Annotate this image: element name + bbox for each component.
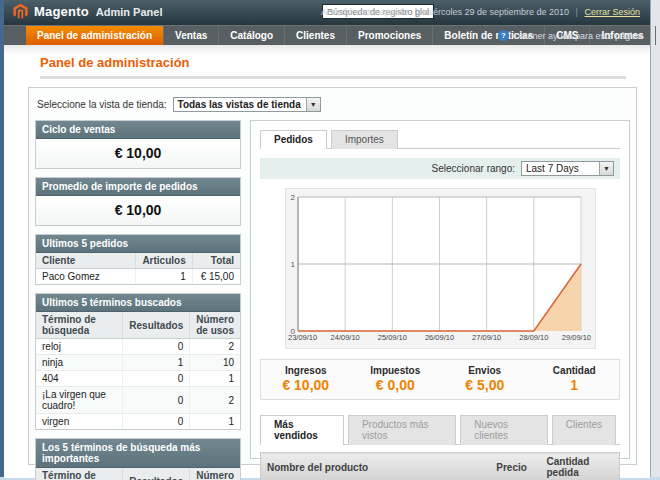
session-info: Accedió como apardo | miércoles 29 de se… bbox=[321, 7, 640, 17]
total-label: Envios bbox=[440, 365, 530, 376]
nav-item-panel-de-administraci-n[interactable]: Panel de administración bbox=[26, 26, 163, 45]
svg-text:29/09/10: 29/09/10 bbox=[561, 333, 590, 342]
logged-in-as: Accedió como apardo bbox=[321, 7, 408, 17]
admin-page: Magento Admin Panel Accedió como apardo … bbox=[4, 0, 650, 477]
svg-text:1: 1 bbox=[290, 260, 295, 269]
orders-chart: 01223/09/1024/09/1025/09/1026/09/1027/09… bbox=[285, 188, 596, 349]
tab-pedidos[interactable]: Pedidos bbox=[260, 130, 327, 149]
range-select[interactable]: Last 7 Days ▼ bbox=[521, 161, 614, 176]
top-search-terms-widget: Los 5 términos de búsqueda más important… bbox=[35, 438, 241, 480]
total-cantidad: Cantidad1 bbox=[530, 365, 620, 393]
grid-column-cantidad-pedida: Cantidad pedida bbox=[541, 453, 620, 480]
table-cell: 2 bbox=[190, 339, 240, 355]
widget-title: Los 5 términos de búsqueda más important… bbox=[36, 439, 240, 468]
svg-text:27/09/10: 27/09/10 bbox=[472, 333, 501, 342]
last-orders-table: ClienteArticulosTotalPaco Gomez1€ 15,00 bbox=[36, 253, 240, 284]
main-nav: Panel de administraciónVentasCatálogoCli… bbox=[4, 25, 650, 45]
last-search-terms-widget: Ultimos 5 términos buscados Término de b… bbox=[35, 293, 241, 430]
table-cell: 0 bbox=[123, 371, 190, 387]
nav-item-ventas[interactable]: Ventas bbox=[163, 26, 218, 45]
dashboard-left-column: Ciclo de ventas € 10,00 Promedio de impo… bbox=[35, 120, 241, 480]
widget-title: Ciclo de ventas bbox=[36, 121, 240, 139]
help-label: Obtener ayuda para esta página bbox=[513, 31, 642, 41]
separator: | bbox=[415, 7, 417, 17]
help-link[interactable]: ? Obtener ayuda para esta página bbox=[498, 26, 642, 45]
sales-cycle-widget: Ciclo de ventas € 10,00 bbox=[35, 120, 241, 169]
widget-title: Ultimos 5 términos buscados bbox=[36, 294, 240, 312]
store-switcher-label: Seleccione la vista de tienda: bbox=[37, 99, 167, 110]
column-header-n-mero-de-usos: Número de usos bbox=[190, 312, 240, 339]
range-label: Seleccionar rango: bbox=[432, 163, 515, 174]
svg-text:2: 2 bbox=[290, 193, 295, 202]
nav-item-sistema[interactable]: Sistema bbox=[655, 26, 660, 45]
range-toolbar: Seleccionar rango: Last 7 Days ▼ bbox=[260, 158, 620, 179]
magento-logo: Magento Admin Panel bbox=[12, 3, 162, 20]
table-cell: 1 bbox=[190, 414, 240, 430]
table-row: reloj02 bbox=[36, 339, 240, 355]
tab-importes[interactable]: Importes bbox=[331, 130, 398, 149]
svg-text:23/09/10: 23/09/10 bbox=[288, 333, 317, 342]
logout-link[interactable]: Cerrar Sesión bbox=[584, 7, 640, 17]
average-order-value: € 10,00 bbox=[36, 196, 240, 225]
last-orders-widget: Ultimos 5 pedidos ClienteArticulosTotalP… bbox=[35, 234, 241, 285]
brand-name: Magento bbox=[34, 4, 89, 19]
widget-title: Promedio de importe de pedidos bbox=[36, 178, 240, 196]
table-cell: 0 bbox=[123, 339, 190, 355]
total-label: Impuestos bbox=[351, 365, 441, 376]
table-cell: 1 bbox=[136, 269, 192, 285]
total-value: 1 bbox=[530, 377, 620, 393]
total-envios: Envios€ 5,00 bbox=[440, 365, 530, 393]
table-cell: ¡La virgen que cuadro! bbox=[36, 387, 123, 414]
column-header-articulos: Articulos bbox=[136, 253, 192, 269]
total-label: Cantidad bbox=[530, 365, 620, 376]
table-cell: virgen bbox=[36, 414, 123, 430]
widget-title: Ultimos 5 pedidos bbox=[36, 235, 240, 253]
tab-m-s-vendidos[interactable]: Más vendidos bbox=[260, 415, 344, 445]
window-edge-right[interactable] bbox=[650, 0, 660, 480]
diagram-tabs: Pedidos Importes bbox=[260, 129, 620, 149]
dashboard-right-panel: Pedidos Importes Seleccionar rango: Last… bbox=[250, 120, 630, 459]
help-icon: ? bbox=[498, 30, 509, 41]
totals-bar: Ingresos€ 10,00Impuestos€ 0,00Envios€ 5,… bbox=[260, 359, 620, 400]
table-cell: 0 bbox=[123, 414, 190, 430]
orders-chart-canvas: 01223/09/1024/09/1025/09/1026/09/1027/09… bbox=[287, 191, 594, 347]
chart-svg: 01223/09/1024/09/1025/09/1026/09/1027/09… bbox=[287, 191, 592, 343]
chevron-down-icon: ▼ bbox=[306, 98, 320, 111]
table-cell: ninja bbox=[36, 355, 123, 371]
column-header-resultados: Resultados bbox=[123, 468, 190, 480]
table-row: 40401 bbox=[36, 371, 240, 387]
separator: | bbox=[576, 7, 578, 17]
svg-text:26/09/10: 26/09/10 bbox=[424, 333, 453, 342]
column-header-total: Total bbox=[192, 253, 240, 269]
table-cell: 10 bbox=[190, 355, 240, 371]
nav-item-promociones[interactable]: Promociones bbox=[346, 26, 432, 45]
column-header-t-rmino-de-b-squeda: Término de búsqueda bbox=[36, 312, 123, 339]
total-label: Ingresos bbox=[261, 365, 351, 376]
tab-clientes: Clientes bbox=[552, 415, 616, 445]
top-search-terms-table: Término de búsquedaResultadosNúmero de u… bbox=[36, 468, 240, 480]
brand-suffix: Admin Panel bbox=[96, 6, 163, 18]
table-cell: 1 bbox=[190, 371, 240, 387]
svg-text:24/09/10: 24/09/10 bbox=[330, 333, 359, 342]
grid-column-precio: Precio bbox=[490, 453, 540, 480]
table-cell: reloj bbox=[36, 339, 123, 355]
tab-nuevos-clientes: Nuevos clientes bbox=[460, 415, 548, 445]
nav-item-cat-logo[interactable]: Catálogo bbox=[218, 26, 284, 45]
column-header-t-rmino-de-b-squeda: Término de búsqueda bbox=[36, 468, 123, 480]
nav-item-clientes[interactable]: Clientes bbox=[284, 26, 346, 45]
column-header-n-mero-de-usos: Número de usos bbox=[190, 468, 240, 480]
column-header-cliente: Cliente bbox=[36, 253, 136, 269]
sales-cycle-value: € 10,00 bbox=[36, 139, 240, 168]
report-tabs: Más vendidosProductos más vistosNuevos c… bbox=[260, 414, 620, 445]
store-switcher: Seleccione la vista de tienda: Todas las… bbox=[35, 94, 630, 120]
content-area: Panel de administración Seleccione la vi… bbox=[4, 45, 650, 478]
grid-column-nombre-del-producto: Nombre del producto bbox=[261, 453, 491, 480]
current-date: miércoles 29 de septiembre de 2010 bbox=[424, 7, 570, 17]
svg-text:25/09/10: 25/09/10 bbox=[377, 333, 406, 342]
magento-logo-icon bbox=[12, 3, 29, 20]
total-ingresos: Ingresos€ 10,00 bbox=[261, 365, 351, 393]
range-value: Last 7 Days bbox=[522, 162, 599, 175]
store-switcher-select[interactable]: Todas las vistas de tienda ▼ bbox=[173, 97, 321, 112]
header-bar: Magento Admin Panel Accedió como apardo … bbox=[4, 0, 650, 25]
dashboard-container: Seleccione la vista de tienda: Todas las… bbox=[28, 87, 637, 465]
